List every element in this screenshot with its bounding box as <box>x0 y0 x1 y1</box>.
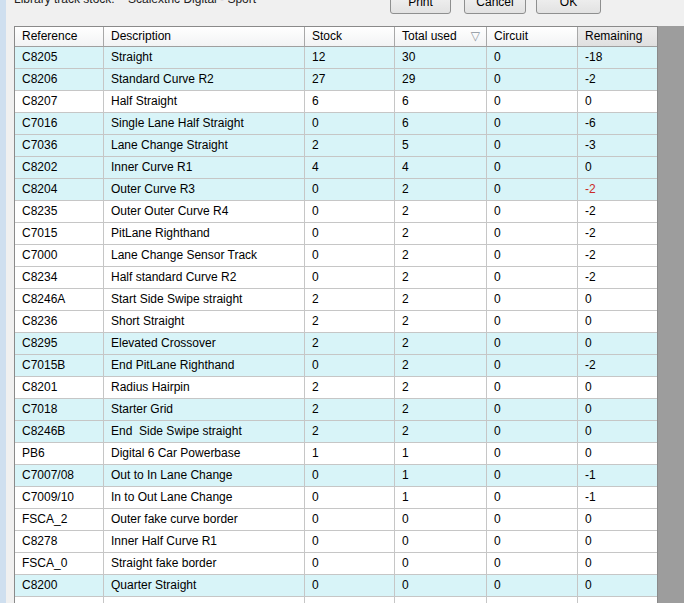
table-row[interactable]: C7016Single Lane Half Straight060-6 <box>15 113 657 135</box>
library-stock-caption: Library track stock: Scalextric Digital … <box>14 0 256 7</box>
cell-stock: 0 <box>305 267 395 288</box>
column-header-circuit[interactable]: Circuit <box>487 27 578 46</box>
cell-stock: 2 <box>305 421 395 442</box>
table-row[interactable]: C8205Straight12300-18 <box>15 47 657 69</box>
table-row[interactable]: C7007/08Out to In Lane Change010-1 <box>15 465 657 487</box>
cell-stock: 2 <box>305 399 395 420</box>
cell-reference: FSCA_2 <box>15 509 104 530</box>
table-row[interactable]: PB6Digital 6 Car Powerbase1100 <box>15 443 657 465</box>
cell-description: Half standard Curve R2 <box>104 267 305 288</box>
cell-total-used: 2 <box>395 421 487 442</box>
cell-circuit: 0 <box>487 223 578 244</box>
cell-reference: C8236 <box>15 311 104 332</box>
column-header-remaining[interactable]: Remaining <box>578 27 657 46</box>
cell-reference: C7016 <box>15 113 104 134</box>
track-stock-table: Reference Description Stock Total used▽ … <box>14 26 658 603</box>
cell-remaining: 0 <box>578 443 657 464</box>
table-row[interactable]: C7015PitLane Righthand020-2 <box>15 223 657 245</box>
cell-remaining: 0 <box>578 399 657 420</box>
cell-circuit: 0 <box>487 91 578 112</box>
table-row[interactable]: C7018Starter Grid2200 <box>15 399 657 421</box>
table-row[interactable]: C8234Half standard Curve R2020-2 <box>15 267 657 289</box>
cell-stock: 0 <box>305 179 395 200</box>
cell-total-used: 2 <box>395 245 487 266</box>
cell-stock: 4 <box>305 157 395 178</box>
column-header-stock[interactable]: Stock <box>305 27 395 46</box>
ok-button[interactable]: OK <box>536 0 601 14</box>
cell-reference: C7018 <box>15 399 104 420</box>
cell-total-used: 0 <box>395 575 487 596</box>
cell-reference: C8207 <box>15 91 104 112</box>
cell-total-used: 2 <box>395 355 487 376</box>
table-row[interactable]: C7000Lane Change Sensor Track020-2 <box>15 245 657 267</box>
table-row[interactable]: C8278Inner Half Curve R10000 <box>15 531 657 553</box>
cell-reference: C7015 <box>15 223 104 244</box>
table-row[interactable]: C8246AStart Side Swipe straight2200 <box>15 289 657 311</box>
cell-empty <box>578 597 657 603</box>
cancel-button[interactable]: Cancel <box>464 0 526 14</box>
table-row[interactable]: C8200Quarter Straight0000 <box>15 575 657 597</box>
cell-reference: C8246B <box>15 421 104 442</box>
cell-remaining: 0 <box>578 157 657 178</box>
cell-stock: 0 <box>305 223 395 244</box>
cell-circuit: 0 <box>487 179 578 200</box>
cell-remaining: -2 <box>578 267 657 288</box>
cell-circuit: 0 <box>487 113 578 134</box>
cell-circuit: 0 <box>487 575 578 596</box>
cell-description: Digital 6 Car Powerbase <box>104 443 305 464</box>
table-body: C8205Straight12300-18C8206Standard Curve… <box>15 47 657 603</box>
cell-circuit: 0 <box>487 487 578 508</box>
cell-stock: 0 <box>305 509 395 530</box>
table-row[interactable]: C8201Radius Hairpin2200 <box>15 377 657 399</box>
cell-remaining: -2 <box>578 223 657 244</box>
table-row[interactable]: C8204Outer Curve R3020-2 <box>15 179 657 201</box>
cell-stock: 2 <box>305 135 395 156</box>
table-row[interactable]: C8236Short Straight2200 <box>15 311 657 333</box>
cell-circuit: 0 <box>487 47 578 68</box>
cell-total-used: 0 <box>395 531 487 552</box>
table-row[interactable]: C7009/10In to Out Lane Change010-1 <box>15 487 657 509</box>
cell-description: Outer Curve R3 <box>104 179 305 200</box>
cell-description: Half Straight <box>104 91 305 112</box>
cell-remaining: -18 <box>578 47 657 68</box>
table-row[interactable]: FSCA_2Outer fake curve border0000 <box>15 509 657 531</box>
column-header-total-used[interactable]: Total used▽ <box>395 27 487 46</box>
table-row[interactable]: C8246BEnd Side Swipe straight2200 <box>15 421 657 443</box>
cell-description: Lane Change Straight <box>104 135 305 156</box>
table-row[interactable]: C8295Elevated Crossover2200 <box>15 333 657 355</box>
table-row[interactable]: FSCA_0Straight fake border0000 <box>15 553 657 575</box>
cell-stock: 0 <box>305 553 395 574</box>
table-row[interactable]: C7015BEnd PitLane Righthand020-2 <box>15 355 657 377</box>
cell-circuit: 0 <box>487 465 578 486</box>
cell-description: Out to In Lane Change <box>104 465 305 486</box>
cell-stock: 0 <box>305 355 395 376</box>
cell-description: Starter Grid <box>104 399 305 420</box>
cell-description: Inner Half Curve R1 <box>104 531 305 552</box>
column-header-reference[interactable]: Reference <box>15 27 104 46</box>
cell-total-used: 6 <box>395 91 487 112</box>
cell-reference: C8206 <box>15 69 104 90</box>
cell-description: Standard Curve R2 <box>104 69 305 90</box>
cell-circuit: 0 <box>487 553 578 574</box>
cell-description: Outer fake curve border <box>104 509 305 530</box>
cell-reference: FSCA_0 <box>15 553 104 574</box>
cell-empty <box>487 597 578 603</box>
cell-description: Start Side Swipe straight <box>104 289 305 310</box>
print-button[interactable]: Print <box>390 0 451 14</box>
table-row[interactable]: C8206Standard Curve R227290-2 <box>15 69 657 91</box>
cell-remaining: -3 <box>578 135 657 156</box>
cell-remaining: -2 <box>578 245 657 266</box>
cell-total-used: 30 <box>395 47 487 68</box>
column-header-description[interactable]: Description <box>104 27 305 46</box>
table-row[interactable]: C8207Half Straight6600 <box>15 91 657 113</box>
cell-remaining: 0 <box>578 509 657 530</box>
cell-remaining: 0 <box>578 377 657 398</box>
cell-circuit: 0 <box>487 311 578 332</box>
cell-reference: C7015B <box>15 355 104 376</box>
table-row[interactable]: C8235Outer Outer Curve R4020-2 <box>15 201 657 223</box>
table-row[interactable]: C8202Inner Curve R14400 <box>15 157 657 179</box>
cell-description: End Side Swipe straight <box>104 421 305 442</box>
table-row[interactable]: C7036Lane Change Straight250-3 <box>15 135 657 157</box>
cell-stock: 2 <box>305 289 395 310</box>
table-row-empty <box>15 597 657 603</box>
